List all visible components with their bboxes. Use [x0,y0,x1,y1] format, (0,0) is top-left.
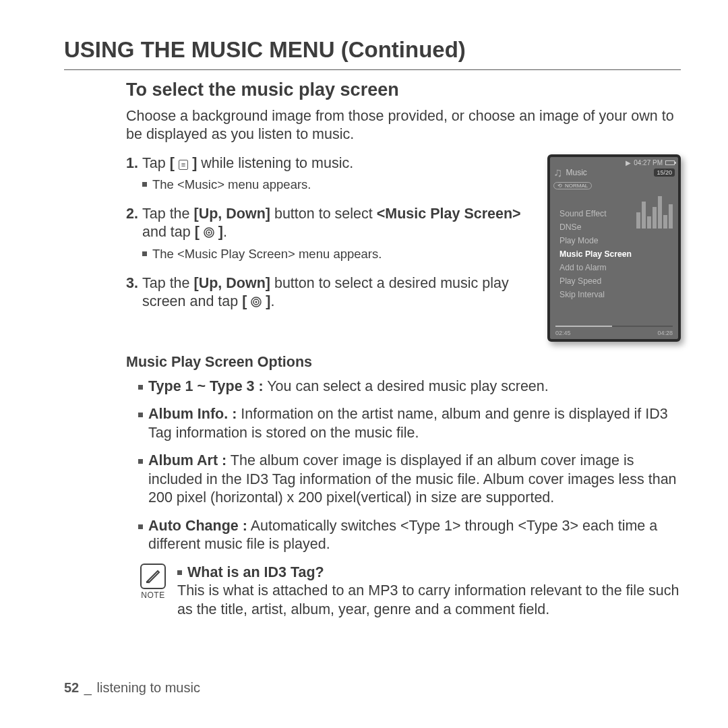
device-menu-item: Music Play Screen [559,247,671,261]
step-3: 3. Tap the [Up, Down] button to select a… [126,274,531,311]
step-2: 2. Tap the [Up, Down] button to select <… [126,205,531,242]
device-clock-icon: ▶ [626,159,631,166]
battery-icon [665,160,675,165]
option-album-art: Album Art : The album cover image is dis… [138,452,681,508]
device-time: 04:27 PM [634,159,663,166]
play-mode-badge: ⟲ NORMAL [553,182,592,189]
select-icon [204,227,214,238]
music-note-icon: ♫ [553,166,563,179]
step-2-sub: The <Music Play Screen> menu appears. [142,246,531,262]
step-1-pre: Tap [142,155,170,171]
device-app-title: Music [566,168,651,177]
repeat-icon: ⟲ [557,183,562,189]
svg-point-5 [255,301,257,303]
time-elapsed: 02:45 [555,330,571,336]
page-footer: 52 _ listening to music [64,680,200,696]
options-heading: Music Play Screen Options [126,354,681,371]
note-heading: What is an ID3 Tag? [187,564,324,582]
device-menu-item: Play Speed [559,274,671,288]
progress-bar [555,326,673,327]
page-title: USING THE MUSIC MENU (Continued) [64,37,681,63]
page-number: 52 [64,680,79,695]
note-label: NOTE [141,590,164,601]
step-1-sub: The <Music> menu appears. [142,177,531,193]
section-heading: To select the music play screen [126,80,681,100]
svg-point-2 [208,232,210,234]
select-icon [251,297,262,307]
track-count: 15/20 [654,169,675,177]
step-1: 1. Tap [ ≡ ] while listening to music. [126,154,531,173]
option-album-info: Album Info. : Information on the artist … [138,405,681,442]
note-body: This is what is attached to an MP3 to ca… [177,582,681,619]
note-block: NOTE What is an ID3 Tag? This is what is… [138,564,681,619]
equalizer-icon [636,196,673,229]
option-type: Type 1 ~ Type 3 : You can select a desir… [138,377,681,396]
option-auto-change: Auto Change : Automatically switches <Ty… [138,517,681,554]
time-total: 04:28 [657,330,673,336]
device-screenshot: ▶ 04:27 PM ♫ Music 15/20 ⟲ NORMAL Sound … [547,154,681,342]
menu-icon: ≡ [179,160,188,170]
steps-list: 1. Tap [ ≡ ] while listening to music. T… [126,154,531,342]
note-icon [140,564,166,589]
device-menu-item: Skip Interval [559,288,671,301]
section-name: listening to music [97,680,200,695]
device-menu-item: Play Mode [559,234,671,247]
step-1-post: while listening to music. [197,155,353,171]
device-menu-item: Add to Alarm [559,261,671,274]
divider [64,69,681,70]
intro-text: Choose a background image from those pro… [126,107,681,144]
